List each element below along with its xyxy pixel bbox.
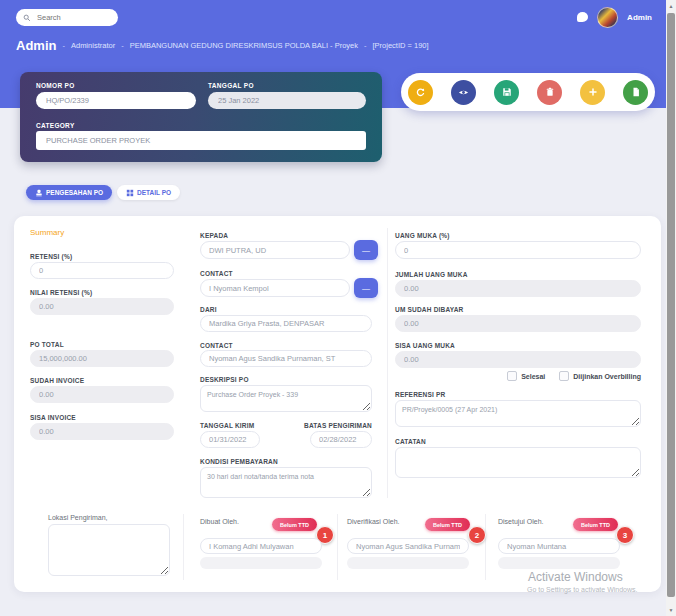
view-button[interactable] <box>451 80 476 105</box>
kepada-input[interactable] <box>200 241 350 259</box>
belum-ttd-badge: Belum TTD <box>272 518 317 531</box>
breadcrumb-item[interactable]: PEMBANGUNAN GEDUNG DIRESKRIMSUS POLDA BA… <box>130 41 358 50</box>
contact1-lookup-button[interactable]: — <box>354 278 378 298</box>
belum-ttd-badge: Belum TTD <box>425 518 470 531</box>
um-sudah-dibayar-label: UM SUDAH DIBAYAR <box>395 306 463 313</box>
search-icon <box>23 14 31 22</box>
user-menu-label[interactable]: Admin <box>627 13 652 22</box>
breadcrumb-item: [ProjectID = 190] <box>373 41 429 50</box>
signature-placeholder <box>200 557 322 569</box>
sisa-uang-muka-input <box>395 351 641 368</box>
notification-icon[interactable] <box>577 12 588 22</box>
file-icon <box>631 87 641 97</box>
disetujui-oleh-title: Disetujui Oleh. <box>498 518 544 525</box>
kondisi-pembayaran-textarea[interactable]: 30 hari dari nota/tanda terima nota <box>200 467 372 498</box>
batas-pengiriman-label: BATAS PENGIRIMAN <box>304 422 372 429</box>
deskripsi-po-textarea[interactable]: Purchase Order Proyek - 339 <box>200 385 372 412</box>
dibuat-oleh-input[interactable] <box>200 538 322 554</box>
search-input[interactable] <box>35 12 111 23</box>
trash-icon <box>545 87 555 97</box>
uang-muka-input[interactable] <box>395 241 641 259</box>
dibuat-oleh-title: Dibuat Oleh. <box>200 518 239 525</box>
detail-po-label: DETAIL PO <box>137 189 171 196</box>
action-toolbar <box>401 73 655 111</box>
breadcrumb-root: Admin <box>16 38 56 53</box>
refresh-icon <box>415 87 426 98</box>
signature-step-number: 2 <box>468 526 486 544</box>
scroll-up-arrow[interactable]: ▲ <box>666 0 676 12</box>
vertical-scrollbar[interactable]: ▲ ▼ <box>666 0 676 616</box>
grid-icon <box>126 189 134 197</box>
delete-button[interactable] <box>537 80 562 105</box>
scroll-down-arrow[interactable]: ▼ <box>666 604 676 616</box>
kepada-lookup-button[interactable]: — <box>354 240 378 260</box>
detail-po-button[interactable]: DETAIL PO <box>117 185 180 200</box>
app-window: Admin Admin - Administrator - PEMBANGUNA… <box>0 0 676 616</box>
sisa-invoice-label: SISA INVOICE <box>30 414 76 421</box>
contact2-input[interactable] <box>200 350 372 367</box>
nomor-po-label: NOMOR PO <box>36 82 75 89</box>
add-button[interactable] <box>580 80 605 105</box>
po-total-input <box>30 350 174 367</box>
selesai-checkbox-item[interactable]: Selesai <box>507 371 545 381</box>
nomor-po-input[interactable] <box>36 92 196 109</box>
retensi-input[interactable] <box>30 262 174 279</box>
overbilling-checkbox[interactable] <box>559 371 569 381</box>
search-box[interactable] <box>16 9 118 26</box>
belum-ttd-badge: Belum TTD <box>573 518 618 531</box>
disetujui-oleh-input[interactable] <box>498 538 620 554</box>
jumlah-uang-muka-label: JUMLAH UANG MUKA <box>395 271 468 278</box>
scrollbar-thumb[interactable] <box>667 13 675 597</box>
tanggal-kirim-label: TANGGAL KIRIM <box>200 422 254 429</box>
dash-icon: — <box>362 246 370 255</box>
avatar[interactable] <box>597 7 618 28</box>
stamp-icon <box>35 189 43 197</box>
referensi-pr-textarea[interactable]: PR/Proyek/0005 (27 Apr 2021) <box>395 400 641 427</box>
tanggal-po-input <box>208 92 366 109</box>
lokasi-pengiriman-label: Lokasi Pengiriman, <box>48 514 108 521</box>
signature-placeholder <box>498 557 620 569</box>
breadcrumb-item[interactable]: Administrator <box>71 41 115 50</box>
overbilling-checkbox-item[interactable]: Diijinkan Overbilling <box>559 371 641 381</box>
breadcrumb-separator: - <box>62 41 65 50</box>
breadcrumb-separator: - <box>364 41 367 50</box>
contact2-label: CONTACT <box>200 342 233 349</box>
po-header-card: NOMOR PO TANGGAL PO CATEGORY <box>20 72 382 162</box>
uang-muka-label: UANG MUKA (%) <box>395 232 450 239</box>
dari-label: DARI <box>200 306 217 313</box>
breadcrumb-separator: - <box>121 41 124 50</box>
signature-placeholder <box>347 557 469 569</box>
tanggal-po-label: TANGGAL PO <box>208 82 254 89</box>
batas-pengiriman-input[interactable] <box>310 431 372 448</box>
catatan-label: CATATAN <box>395 438 426 445</box>
signature-divider <box>183 514 184 580</box>
sisa-uang-muka-label: SISA UANG MUKA <box>395 342 455 349</box>
contact1-input[interactable] <box>200 279 350 297</box>
activate-windows-subtext: Go to Settings to activate Windows. <box>527 586 638 593</box>
dari-input[interactable] <box>200 315 372 332</box>
summary-title: Summary <box>30 228 64 237</box>
referensi-pr-label: REFERENSI PR <box>395 391 445 398</box>
signature-divider <box>485 514 486 580</box>
jumlah-uang-muka-input <box>395 280 641 297</box>
eye-icon <box>458 87 469 98</box>
sudah-invoice-label: SUDAH INVOICE <box>30 377 84 384</box>
um-sudah-dibayar-input <box>395 315 641 332</box>
selesai-checkbox[interactable] <box>507 371 517 381</box>
category-label: CATEGORY <box>36 122 75 129</box>
lokasi-pengiriman-textarea[interactable] <box>48 524 170 576</box>
pengesahan-po-button[interactable]: PENGESAHAN PO <box>26 185 112 200</box>
activate-windows-text: Activate Windows <box>528 570 623 584</box>
retensi-label: RETENSI (%) <box>30 253 72 260</box>
pengesahan-po-label: PENGESAHAN PO <box>46 189 103 196</box>
checkbox-row: Selesai Diijinkan Overbilling <box>507 371 641 381</box>
category-input[interactable] <box>36 131 366 150</box>
tanggal-kirim-input[interactable] <box>200 431 260 448</box>
save-button[interactable] <box>494 80 519 105</box>
po-form-card: Summary RETENSI (%) NILAI RETENSI (%) PO… <box>14 216 661 592</box>
refresh-button[interactable] <box>408 80 433 105</box>
report-button[interactable] <box>623 80 648 105</box>
catatan-textarea[interactable] <box>395 447 641 478</box>
nilai-retensi-label: NILAI RETENSI (%) <box>30 289 92 296</box>
diverifikasi-oleh-input[interactable] <box>347 538 469 554</box>
